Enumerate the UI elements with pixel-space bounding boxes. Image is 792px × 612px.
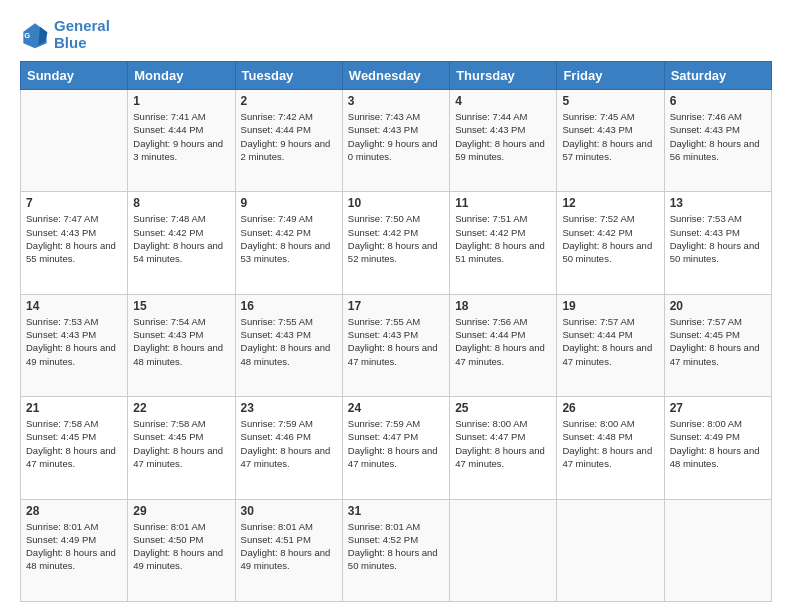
day-detail: Sunrise: 7:51 AMSunset: 4:42 PMDaylight:…	[455, 212, 551, 265]
weekday-tuesday: Tuesday	[235, 62, 342, 90]
calendar-body: 1Sunrise: 7:41 AMSunset: 4:44 PMDaylight…	[21, 90, 772, 602]
day-detail: Sunrise: 7:47 AMSunset: 4:43 PMDaylight:…	[26, 212, 122, 265]
day-number: 12	[562, 196, 658, 210]
day-number: 25	[455, 401, 551, 415]
day-cell-23: 23Sunrise: 7:59 AMSunset: 4:46 PMDayligh…	[235, 397, 342, 499]
day-cell-11: 11Sunrise: 7:51 AMSunset: 4:42 PMDayligh…	[450, 192, 557, 294]
day-detail: Sunrise: 7:58 AMSunset: 4:45 PMDaylight:…	[133, 417, 229, 470]
day-detail: Sunrise: 7:43 AMSunset: 4:43 PMDaylight:…	[348, 110, 444, 163]
day-number: 26	[562, 401, 658, 415]
day-cell-5: 5Sunrise: 7:45 AMSunset: 4:43 PMDaylight…	[557, 90, 664, 192]
day-cell-2: 2Sunrise: 7:42 AMSunset: 4:44 PMDaylight…	[235, 90, 342, 192]
day-number: 17	[348, 299, 444, 313]
weekday-friday: Friday	[557, 62, 664, 90]
weekday-wednesday: Wednesday	[342, 62, 449, 90]
day-detail: Sunrise: 7:52 AMSunset: 4:42 PMDaylight:…	[562, 212, 658, 265]
weekday-monday: Monday	[128, 62, 235, 90]
day-detail: Sunrise: 7:53 AMSunset: 4:43 PMDaylight:…	[26, 315, 122, 368]
calendar-table: SundayMondayTuesdayWednesdayThursdayFrid…	[20, 61, 772, 602]
day-number: 31	[348, 504, 444, 518]
day-number: 4	[455, 94, 551, 108]
day-number: 8	[133, 196, 229, 210]
day-cell-21: 21Sunrise: 7:58 AMSunset: 4:45 PMDayligh…	[21, 397, 128, 499]
weekday-sunday: Sunday	[21, 62, 128, 90]
day-number: 19	[562, 299, 658, 313]
day-cell-empty	[21, 90, 128, 192]
day-cell-31: 31Sunrise: 8:01 AMSunset: 4:52 PMDayligh…	[342, 499, 449, 601]
day-detail: Sunrise: 8:00 AMSunset: 4:49 PMDaylight:…	[670, 417, 766, 470]
day-detail: Sunrise: 8:01 AMSunset: 4:50 PMDaylight:…	[133, 520, 229, 573]
day-detail: Sunrise: 7:56 AMSunset: 4:44 PMDaylight:…	[455, 315, 551, 368]
day-cell-26: 26Sunrise: 8:00 AMSunset: 4:48 PMDayligh…	[557, 397, 664, 499]
day-number: 22	[133, 401, 229, 415]
day-cell-27: 27Sunrise: 8:00 AMSunset: 4:49 PMDayligh…	[664, 397, 771, 499]
day-number: 3	[348, 94, 444, 108]
day-number: 10	[348, 196, 444, 210]
day-detail: Sunrise: 7:46 AMSunset: 4:43 PMDaylight:…	[670, 110, 766, 163]
day-cell-1: 1Sunrise: 7:41 AMSunset: 4:44 PMDaylight…	[128, 90, 235, 192]
day-number: 7	[26, 196, 122, 210]
day-number: 13	[670, 196, 766, 210]
day-cell-3: 3Sunrise: 7:43 AMSunset: 4:43 PMDaylight…	[342, 90, 449, 192]
day-number: 23	[241, 401, 337, 415]
day-number: 9	[241, 196, 337, 210]
day-detail: Sunrise: 7:42 AMSunset: 4:44 PMDaylight:…	[241, 110, 337, 163]
weekday-thursday: Thursday	[450, 62, 557, 90]
day-cell-10: 10Sunrise: 7:50 AMSunset: 4:42 PMDayligh…	[342, 192, 449, 294]
day-cell-20: 20Sunrise: 7:57 AMSunset: 4:45 PMDayligh…	[664, 294, 771, 396]
day-cell-30: 30Sunrise: 8:01 AMSunset: 4:51 PMDayligh…	[235, 499, 342, 601]
day-cell-12: 12Sunrise: 7:52 AMSunset: 4:42 PMDayligh…	[557, 192, 664, 294]
day-detail: Sunrise: 7:57 AMSunset: 4:45 PMDaylight:…	[670, 315, 766, 368]
day-cell-16: 16Sunrise: 7:55 AMSunset: 4:43 PMDayligh…	[235, 294, 342, 396]
logo: G General Blue	[20, 18, 110, 51]
day-cell-empty	[557, 499, 664, 601]
day-cell-4: 4Sunrise: 7:44 AMSunset: 4:43 PMDaylight…	[450, 90, 557, 192]
day-cell-24: 24Sunrise: 7:59 AMSunset: 4:47 PMDayligh…	[342, 397, 449, 499]
day-number: 28	[26, 504, 122, 518]
day-detail: Sunrise: 8:00 AMSunset: 4:47 PMDaylight:…	[455, 417, 551, 470]
day-cell-empty	[450, 499, 557, 601]
day-cell-15: 15Sunrise: 7:54 AMSunset: 4:43 PMDayligh…	[128, 294, 235, 396]
day-cell-18: 18Sunrise: 7:56 AMSunset: 4:44 PMDayligh…	[450, 294, 557, 396]
day-cell-8: 8Sunrise: 7:48 AMSunset: 4:42 PMDaylight…	[128, 192, 235, 294]
day-detail: Sunrise: 7:50 AMSunset: 4:42 PMDaylight:…	[348, 212, 444, 265]
day-cell-7: 7Sunrise: 7:47 AMSunset: 4:43 PMDaylight…	[21, 192, 128, 294]
day-number: 18	[455, 299, 551, 313]
day-detail: Sunrise: 8:00 AMSunset: 4:48 PMDaylight:…	[562, 417, 658, 470]
day-detail: Sunrise: 7:48 AMSunset: 4:42 PMDaylight:…	[133, 212, 229, 265]
week-row-0: 1Sunrise: 7:41 AMSunset: 4:44 PMDaylight…	[21, 90, 772, 192]
week-row-3: 21Sunrise: 7:58 AMSunset: 4:45 PMDayligh…	[21, 397, 772, 499]
day-detail: Sunrise: 8:01 AMSunset: 4:52 PMDaylight:…	[348, 520, 444, 573]
day-cell-29: 29Sunrise: 8:01 AMSunset: 4:50 PMDayligh…	[128, 499, 235, 601]
day-detail: Sunrise: 7:57 AMSunset: 4:44 PMDaylight:…	[562, 315, 658, 368]
day-detail: Sunrise: 8:01 AMSunset: 4:51 PMDaylight:…	[241, 520, 337, 573]
week-row-2: 14Sunrise: 7:53 AMSunset: 4:43 PMDayligh…	[21, 294, 772, 396]
day-number: 24	[348, 401, 444, 415]
day-number: 6	[670, 94, 766, 108]
day-detail: Sunrise: 7:54 AMSunset: 4:43 PMDaylight:…	[133, 315, 229, 368]
day-detail: Sunrise: 7:59 AMSunset: 4:47 PMDaylight:…	[348, 417, 444, 470]
day-cell-19: 19Sunrise: 7:57 AMSunset: 4:44 PMDayligh…	[557, 294, 664, 396]
weekday-saturday: Saturday	[664, 62, 771, 90]
day-cell-28: 28Sunrise: 8:01 AMSunset: 4:49 PMDayligh…	[21, 499, 128, 601]
day-cell-22: 22Sunrise: 7:58 AMSunset: 4:45 PMDayligh…	[128, 397, 235, 499]
day-cell-empty	[664, 499, 771, 601]
day-number: 27	[670, 401, 766, 415]
day-number: 11	[455, 196, 551, 210]
day-number: 1	[133, 94, 229, 108]
day-cell-14: 14Sunrise: 7:53 AMSunset: 4:43 PMDayligh…	[21, 294, 128, 396]
day-cell-6: 6Sunrise: 7:46 AMSunset: 4:43 PMDaylight…	[664, 90, 771, 192]
day-cell-9: 9Sunrise: 7:49 AMSunset: 4:42 PMDaylight…	[235, 192, 342, 294]
day-detail: Sunrise: 7:58 AMSunset: 4:45 PMDaylight:…	[26, 417, 122, 470]
day-cell-25: 25Sunrise: 8:00 AMSunset: 4:47 PMDayligh…	[450, 397, 557, 499]
calendar-header: SundayMondayTuesdayWednesdayThursdayFrid…	[21, 62, 772, 90]
day-detail: Sunrise: 7:45 AMSunset: 4:43 PMDaylight:…	[562, 110, 658, 163]
logo-icon: G	[20, 20, 50, 50]
day-detail: Sunrise: 7:41 AMSunset: 4:44 PMDaylight:…	[133, 110, 229, 163]
weekday-row: SundayMondayTuesdayWednesdayThursdayFrid…	[21, 62, 772, 90]
day-detail: Sunrise: 7:44 AMSunset: 4:43 PMDaylight:…	[455, 110, 551, 163]
week-row-4: 28Sunrise: 8:01 AMSunset: 4:49 PMDayligh…	[21, 499, 772, 601]
day-number: 15	[133, 299, 229, 313]
day-number: 5	[562, 94, 658, 108]
day-detail: Sunrise: 7:49 AMSunset: 4:42 PMDaylight:…	[241, 212, 337, 265]
